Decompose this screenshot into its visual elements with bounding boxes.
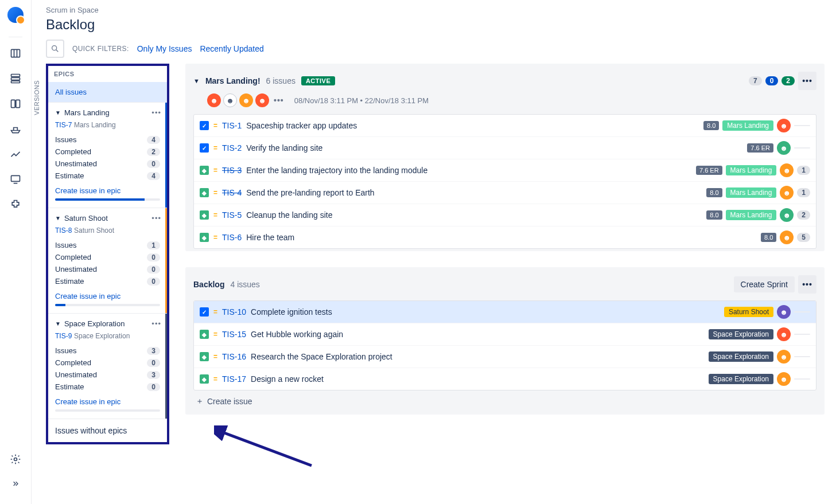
collapse-icon[interactable] <box>9 478 22 491</box>
reports-icon[interactable] <box>9 147 22 161</box>
issue-row[interactable]: ◆ = TIS-15 Get Hubble working again Spac… <box>194 323 816 346</box>
sprint-menu-button[interactable]: ••• <box>798 72 816 90</box>
stat-value: 3 <box>147 371 160 379</box>
more-avatars-icon[interactable]: ••• <box>274 96 284 105</box>
epic-badge[interactable]: Space Exploration <box>709 329 773 339</box>
avatar[interactable]: ☻ <box>207 93 221 107</box>
epic-badge[interactable]: Space Exploration <box>709 374 773 384</box>
epic-badge[interactable]: Saturn Shoot <box>724 307 773 317</box>
issue-row[interactable]: ✓ = TIS-2 Verify the landing site 7.6 ER… <box>194 137 816 159</box>
issues-without-epics[interactable]: Issues without epics <box>48 419 167 442</box>
epic-key-link[interactable]: TIS-9 <box>55 332 72 340</box>
monitor-icon[interactable] <box>9 173 22 186</box>
board-icon[interactable] <box>9 46 22 60</box>
backlog-menu-button[interactable]: ••• <box>798 275 816 294</box>
create-issue-in-epic-link[interactable]: Create issue in epic <box>55 186 160 195</box>
stat-value: 0 <box>147 160 160 168</box>
stat-label: Estimate <box>55 277 84 286</box>
issue-summary: Spaceship tracker app updates <box>246 121 699 130</box>
epic-badge[interactable]: Mars Landing <box>726 210 777 220</box>
assignee-avatar[interactable]: ☻ <box>777 119 791 132</box>
issue-key-link[interactable]: TIS-1 <box>222 121 242 130</box>
priority-icon: = <box>213 375 217 383</box>
issue-key-link[interactable]: TIS-6 <box>222 233 242 242</box>
quick-filter-link[interactable]: Only My Issues <box>137 44 192 53</box>
backlog-icon[interactable] <box>9 72 22 85</box>
quick-filter-link[interactable]: Recently Updated <box>200 44 263 53</box>
issue-row[interactable]: ◆ = TIS-17 Design a new rocket Space Exp… <box>194 368 816 390</box>
issue-key-link[interactable]: TIS-4 <box>222 188 242 197</box>
version-badge: 8.0 <box>706 188 722 197</box>
task-icon: ✓ <box>200 121 209 130</box>
epic-toggle[interactable]: ▼Mars Landing <box>55 108 160 117</box>
all-issues-filter[interactable]: All issues <box>48 82 167 102</box>
epic-key-link[interactable]: TIS-8 <box>55 226 72 235</box>
estimate-pill <box>794 125 810 126</box>
epic-toggle[interactable]: ▼Space Exploration <box>55 319 160 328</box>
issue-key-link[interactable]: TIS-17 <box>222 374 246 384</box>
epic-more-icon[interactable]: ••• <box>151 108 161 117</box>
estimate-pill <box>794 311 810 312</box>
breadcrumb[interactable]: Scrum in Space <box>46 6 836 14</box>
assignee-avatar[interactable]: ☻ <box>780 230 794 244</box>
epic-badge[interactable]: Mars Landing <box>722 120 773 131</box>
assignee-avatar[interactable]: ☻ <box>777 372 791 386</box>
assignee-avatar[interactable]: ☻ <box>777 305 791 319</box>
epic-badge[interactable]: Mars Landing <box>726 187 777 198</box>
issue-row[interactable]: ◆ = TIS-4 Send the pre-landing report to… <box>194 182 816 204</box>
stat-value: 1 <box>147 241 160 249</box>
priority-icon: = <box>213 308 217 316</box>
product-logo-icon[interactable] <box>7 7 24 23</box>
epic-key-link[interactable]: TIS-7 <box>55 121 72 129</box>
issue-row[interactable]: ◆ = TIS-3 Enter the landing trajectory i… <box>194 159 816 182</box>
epic-badge[interactable]: Space Exploration <box>709 351 773 362</box>
issue-key-link[interactable]: TIS-15 <box>222 330 246 339</box>
backlog-title: Backlog <box>193 280 224 289</box>
addon-icon[interactable] <box>9 198 22 212</box>
epic-progress <box>55 304 160 306</box>
issue-key-link[interactable]: TIS-3 <box>222 166 242 175</box>
issue-row[interactable]: ✓ = TIS-1 Spaceship tracker app updates … <box>194 115 816 137</box>
sprint-name[interactable]: Mars Landing! <box>205 76 260 85</box>
issue-row[interactable]: ◆ = TIS-5 Cleanup the landing site 8.0Ma… <box>194 204 816 226</box>
issue-row[interactable]: ✓ = TIS-10 Complete ignition tests Satur… <box>194 301 816 323</box>
issue-row[interactable]: ◆ = TIS-16 Research the Space Exploratio… <box>194 346 816 368</box>
assignee-avatar[interactable]: ☻ <box>777 141 791 155</box>
issue-summary: Get Hubble working again <box>251 330 704 339</box>
avatar[interactable]: ☻ <box>223 93 237 107</box>
estimate-pill: 2 <box>797 210 810 220</box>
create-sprint-button[interactable]: Create Sprint <box>734 276 795 292</box>
issue-key-link[interactable]: TIS-5 <box>222 210 242 220</box>
create-issue-in-epic-link[interactable]: Create issue in epic <box>55 292 160 300</box>
avatar[interactable]: ☻ <box>239 93 253 107</box>
ship-icon[interactable] <box>9 122 22 136</box>
estimate-pill <box>794 356 810 357</box>
epic-more-icon[interactable]: ••• <box>151 214 161 222</box>
issue-key-link[interactable]: TIS-10 <box>222 307 246 317</box>
issue-key-link[interactable]: TIS-2 <box>222 143 242 153</box>
assignee-avatar[interactable]: ☻ <box>777 350 791 364</box>
settings-icon[interactable] <box>9 452 22 466</box>
sprint-dates: 08/Nov/18 3:11 PM • 22/Nov/18 3:11 PM <box>294 96 429 105</box>
assignee-avatar[interactable]: ☻ <box>780 163 794 177</box>
columns-icon[interactable] <box>9 97 22 111</box>
issue-row[interactable]: ◆ = TIS-6 Hire the team 8.0☻5 <box>194 226 816 248</box>
epic-more-icon[interactable]: ••• <box>151 319 161 328</box>
create-issue-in-epic-link[interactable]: Create issue in epic <box>55 397 160 406</box>
sprint-issue-list: ✓ = TIS-1 Spaceship tracker app updates … <box>193 114 816 249</box>
assignee-avatar[interactable]: ☻ <box>780 208 794 222</box>
issue-key-link[interactable]: TIS-16 <box>222 352 246 361</box>
stat-value: 4 <box>147 172 160 180</box>
assignee-avatar[interactable]: ☻ <box>780 186 794 200</box>
avatar[interactable]: ☻ <box>255 93 269 107</box>
story-icon: ◆ <box>200 330 209 339</box>
svg-rect-3 <box>11 75 20 77</box>
page-title: Backlog <box>46 17 836 33</box>
epic-badge[interactable]: Mars Landing <box>726 165 777 175</box>
epic-toggle[interactable]: ▼Saturn Shoot <box>55 214 160 222</box>
search-button[interactable] <box>46 40 64 58</box>
chevron-down-icon[interactable]: ▼ <box>193 77 200 84</box>
create-issue-button[interactable]: ＋ Create issue <box>193 390 816 407</box>
assignee-avatar[interactable]: ☻ <box>777 327 791 341</box>
stat-label: Estimate <box>55 382 84 391</box>
